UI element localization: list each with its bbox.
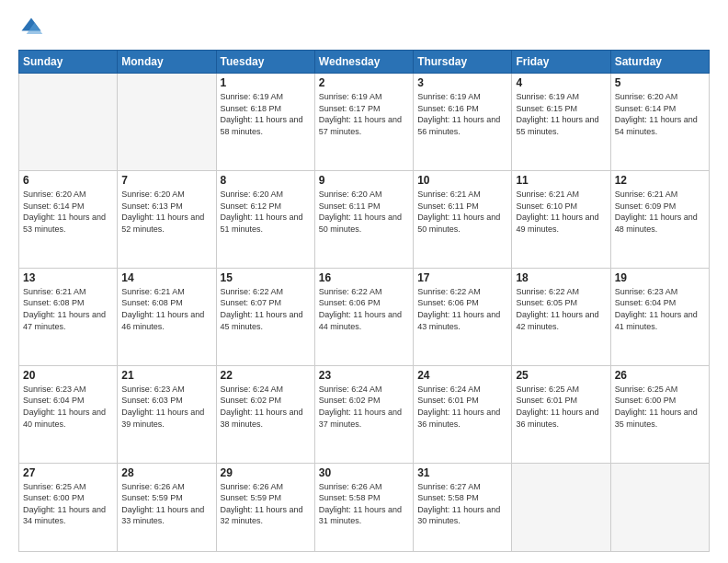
calendar-cell: 21Sunrise: 6:23 AM Sunset: 6:03 PM Dayli… (118, 365, 216, 463)
day-info: Sunrise: 6:26 AM Sunset: 5:59 PM Dayligh… (121, 481, 211, 527)
calendar-cell: 6Sunrise: 6:20 AM Sunset: 6:14 PM Daylig… (19, 170, 118, 268)
calendar-week-2: 6Sunrise: 6:20 AM Sunset: 6:14 PM Daylig… (19, 170, 710, 268)
day-info: Sunrise: 6:24 AM Sunset: 6:01 PM Dayligh… (417, 384, 507, 430)
day-number: 31 (417, 466, 507, 479)
calendar-cell (118, 74, 216, 171)
day-number: 28 (121, 466, 211, 479)
calendar-cell: 25Sunrise: 6:25 AM Sunset: 6:01 PM Dayli… (512, 365, 610, 463)
day-number: 30 (319, 466, 409, 479)
day-info: Sunrise: 6:20 AM Sunset: 6:11 PM Dayligh… (319, 189, 409, 235)
col-monday: Monday (118, 51, 216, 74)
calendar-cell: 19Sunrise: 6:23 AM Sunset: 6:04 PM Dayli… (610, 268, 709, 365)
day-info: Sunrise: 6:21 AM Sunset: 6:08 PM Dayligh… (121, 286, 211, 332)
day-info: Sunrise: 6:21 AM Sunset: 6:10 PM Dayligh… (516, 189, 606, 235)
calendar-cell: 23Sunrise: 6:24 AM Sunset: 6:02 PM Dayli… (314, 365, 413, 463)
day-number: 27 (23, 466, 113, 479)
day-number: 15 (221, 271, 311, 284)
col-thursday: Thursday (414, 51, 512, 74)
calendar-cell: 20Sunrise: 6:23 AM Sunset: 6:04 PM Dayli… (19, 365, 118, 463)
day-info: Sunrise: 6:20 AM Sunset: 6:12 PM Dayligh… (221, 189, 311, 235)
day-info: Sunrise: 6:21 AM Sunset: 6:08 PM Dayligh… (23, 286, 113, 332)
calendar-cell (610, 463, 709, 551)
calendar-cell: 15Sunrise: 6:22 AM Sunset: 6:07 PM Dayli… (216, 268, 314, 365)
day-info: Sunrise: 6:23 AM Sunset: 6:04 PM Dayligh… (23, 384, 113, 430)
calendar-cell (512, 463, 610, 551)
calendar-cell: 9Sunrise: 6:20 AM Sunset: 6:11 PM Daylig… (314, 170, 413, 268)
col-friday: Friday (512, 51, 610, 74)
day-number: 19 (615, 271, 705, 284)
day-info: Sunrise: 6:21 AM Sunset: 6:09 PM Dayligh… (615, 189, 705, 235)
day-number: 21 (121, 369, 211, 382)
day-info: Sunrise: 6:19 AM Sunset: 6:18 PM Dayligh… (221, 91, 311, 137)
day-number: 8 (221, 174, 311, 187)
calendar-cell: 28Sunrise: 6:26 AM Sunset: 5:59 PM Dayli… (118, 463, 216, 551)
calendar-table: Sunday Monday Tuesday Wednesday Thursday… (18, 50, 710, 552)
day-info: Sunrise: 6:22 AM Sunset: 6:06 PM Dayligh… (319, 286, 409, 332)
day-number: 13 (23, 271, 113, 284)
calendar-cell: 26Sunrise: 6:25 AM Sunset: 6:00 PM Dayli… (610, 365, 709, 463)
day-info: Sunrise: 6:24 AM Sunset: 6:02 PM Dayligh… (221, 384, 311, 430)
header (18, 15, 710, 40)
day-info: Sunrise: 6:20 AM Sunset: 6:13 PM Dayligh… (121, 189, 211, 235)
col-saturday: Saturday (610, 51, 709, 74)
calendar-cell: 17Sunrise: 6:22 AM Sunset: 6:06 PM Dayli… (414, 268, 512, 365)
calendar-cell: 13Sunrise: 6:21 AM Sunset: 6:08 PM Dayli… (19, 268, 118, 365)
day-number: 1 (221, 76, 311, 89)
day-number: 5 (615, 76, 705, 89)
calendar-cell: 30Sunrise: 6:26 AM Sunset: 5:58 PM Dayli… (314, 463, 413, 551)
calendar-cell: 22Sunrise: 6:24 AM Sunset: 6:02 PM Dayli… (216, 365, 314, 463)
day-info: Sunrise: 6:21 AM Sunset: 6:11 PM Dayligh… (417, 189, 507, 235)
day-number: 3 (417, 76, 507, 89)
calendar-cell: 14Sunrise: 6:21 AM Sunset: 6:08 PM Dayli… (118, 268, 216, 365)
calendar-header-row: Sunday Monday Tuesday Wednesday Thursday… (19, 51, 710, 74)
day-info: Sunrise: 6:19 AM Sunset: 6:15 PM Dayligh… (516, 91, 606, 137)
logo-icon (18, 15, 44, 40)
calendar-cell: 7Sunrise: 6:20 AM Sunset: 6:13 PM Daylig… (118, 170, 216, 268)
col-tuesday: Tuesday (216, 51, 314, 74)
calendar-cell: 12Sunrise: 6:21 AM Sunset: 6:09 PM Dayli… (610, 170, 709, 268)
day-number: 14 (121, 271, 211, 284)
calendar-cell: 2Sunrise: 6:19 AM Sunset: 6:17 PM Daylig… (314, 74, 413, 171)
day-info: Sunrise: 6:19 AM Sunset: 6:16 PM Dayligh… (417, 91, 507, 137)
logo (18, 15, 48, 40)
calendar-cell (19, 74, 118, 171)
calendar-cell: 10Sunrise: 6:21 AM Sunset: 6:11 PM Dayli… (414, 170, 512, 268)
page: Sunday Monday Tuesday Wednesday Thursday… (0, 0, 728, 563)
day-number: 11 (516, 174, 606, 187)
day-info: Sunrise: 6:22 AM Sunset: 6:06 PM Dayligh… (417, 286, 507, 332)
day-info: Sunrise: 6:23 AM Sunset: 6:03 PM Dayligh… (121, 384, 211, 430)
day-info: Sunrise: 6:27 AM Sunset: 5:58 PM Dayligh… (417, 481, 507, 527)
day-info: Sunrise: 6:22 AM Sunset: 6:07 PM Dayligh… (221, 286, 311, 332)
day-number: 20 (23, 369, 113, 382)
day-number: 22 (221, 369, 311, 382)
day-info: Sunrise: 6:23 AM Sunset: 6:04 PM Dayligh… (615, 286, 705, 332)
day-number: 7 (121, 174, 211, 187)
day-info: Sunrise: 6:25 AM Sunset: 6:00 PM Dayligh… (615, 384, 705, 430)
day-number: 4 (516, 76, 606, 89)
day-number: 18 (516, 271, 606, 284)
calendar-cell: 1Sunrise: 6:19 AM Sunset: 6:18 PM Daylig… (216, 74, 314, 171)
col-wednesday: Wednesday (314, 51, 413, 74)
calendar-week-5: 27Sunrise: 6:25 AM Sunset: 6:00 PM Dayli… (19, 463, 710, 551)
col-sunday: Sunday (19, 51, 118, 74)
calendar-week-4: 20Sunrise: 6:23 AM Sunset: 6:04 PM Dayli… (19, 365, 710, 463)
calendar-cell: 18Sunrise: 6:22 AM Sunset: 6:05 PM Dayli… (512, 268, 610, 365)
day-number: 10 (417, 174, 507, 187)
day-number: 16 (319, 271, 409, 284)
calendar-cell: 5Sunrise: 6:20 AM Sunset: 6:14 PM Daylig… (610, 74, 709, 171)
day-number: 17 (417, 271, 507, 284)
calendar-week-3: 13Sunrise: 6:21 AM Sunset: 6:08 PM Dayli… (19, 268, 710, 365)
calendar-week-1: 1Sunrise: 6:19 AM Sunset: 6:18 PM Daylig… (19, 74, 710, 171)
day-number: 2 (319, 76, 409, 89)
day-info: Sunrise: 6:25 AM Sunset: 6:01 PM Dayligh… (516, 384, 606, 430)
day-number: 26 (615, 369, 705, 382)
day-info: Sunrise: 6:20 AM Sunset: 6:14 PM Dayligh… (23, 189, 113, 235)
day-info: Sunrise: 6:24 AM Sunset: 6:02 PM Dayligh… (319, 384, 409, 430)
calendar-cell: 31Sunrise: 6:27 AM Sunset: 5:58 PM Dayli… (414, 463, 512, 551)
day-info: Sunrise: 6:22 AM Sunset: 6:05 PM Dayligh… (516, 286, 606, 332)
calendar-cell: 24Sunrise: 6:24 AM Sunset: 6:01 PM Dayli… (414, 365, 512, 463)
day-number: 23 (319, 369, 409, 382)
calendar-cell: 16Sunrise: 6:22 AM Sunset: 6:06 PM Dayli… (314, 268, 413, 365)
day-info: Sunrise: 6:20 AM Sunset: 6:14 PM Dayligh… (615, 91, 705, 137)
day-number: 9 (319, 174, 409, 187)
